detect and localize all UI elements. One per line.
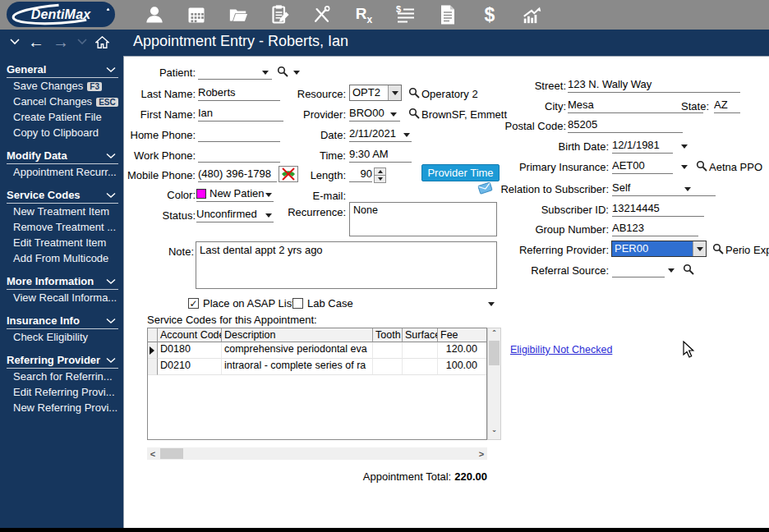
relation-dropdown-arrow[interactable] <box>684 187 691 191</box>
note-field[interactable]: Last dental appt 2 yrs ago <box>196 241 497 289</box>
scroll-left-arrow[interactable]: < <box>147 449 159 459</box>
section-header[interactable]: Service Codes <box>7 187 118 204</box>
patient-search-icon[interactable] <box>277 66 289 78</box>
ledger-icon[interactable]: $ <box>396 4 416 25</box>
sidebar-item-create-patient-file[interactable]: Create Patient File <box>7 109 118 125</box>
section-header[interactable]: Referring Provider <box>7 352 118 369</box>
street-field[interactable]: 123 N. Wally Way <box>568 78 740 93</box>
length-field[interactable]: 90 <box>349 167 372 182</box>
asap-checkbox[interactable]: ✓ <box>188 298 199 309</box>
spinner-up-button[interactable] <box>375 168 385 175</box>
resource-search-icon[interactable] <box>408 87 421 99</box>
horizontal-scrollbar[interactable]: < > <box>147 447 487 460</box>
date-dropdown-arrow[interactable] <box>403 133 410 137</box>
collapse-chevron-icon[interactable] <box>105 66 117 73</box>
table-row[interactable]: D0180 comprehensive periodontal eva 120.… <box>148 342 486 359</box>
collapse-chevron-icon[interactable] <box>105 357 117 364</box>
sidebar-item-view-recall-info[interactable]: View Recall Informa... <box>7 290 118 305</box>
email-field[interactable] <box>349 188 487 203</box>
payment-dollar-icon[interactable]: $ <box>480 4 500 25</box>
lab-case-checkbox[interactable] <box>292 298 303 309</box>
col-description[interactable]: Description <box>222 328 373 342</box>
collapse-chevron-icon[interactable] <box>105 318 117 324</box>
patient-field[interactable] <box>198 65 272 80</box>
chevron-down-icon[interactable] <box>10 39 20 45</box>
folder-icon[interactable] <box>228 4 248 25</box>
collapse-chevron-icon[interactable] <box>105 278 117 285</box>
back-arrow-icon[interactable]: ← <box>28 34 44 50</box>
col-tooth[interactable]: Tooth <box>373 328 403 342</box>
referring-provider-combo[interactable]: PER00 <box>611 241 707 257</box>
birth-date-field[interactable]: 12/1/1981 <box>612 139 673 154</box>
work-phone-field[interactable] <box>198 148 280 163</box>
referring-provider-dropdown-button[interactable] <box>693 241 706 256</box>
vertical-scroll-thumb[interactable] <box>489 341 500 365</box>
section-header[interactable]: More Information <box>7 273 118 290</box>
subscriber-id-field[interactable]: 13214445 <box>612 202 704 217</box>
sidebar-item-remove-treatment[interactable]: Remove Treatment ... <box>7 219 118 235</box>
sidebar-item-search-referring[interactable]: Search for Referrin... <box>7 369 118 384</box>
calendar-icon[interactable] <box>186 4 206 25</box>
sidebar-item-appointment-recurrence[interactable]: Appointment Recurr... <box>7 164 118 180</box>
chevron-down-dim-icon[interactable] <box>77 39 87 45</box>
birth-date-dropdown-arrow[interactable] <box>681 144 688 149</box>
scroll-up-arrow[interactable]: ˆ <box>488 329 500 338</box>
collapse-chevron-icon[interactable] <box>105 153 117 159</box>
table-row[interactable]: D0210 intraoral - complete series of ra … <box>148 359 486 375</box>
sidebar-item-edit-referring[interactable]: Edit Referring Provi... <box>7 384 118 400</box>
color-dropdown-arrow[interactable] <box>265 193 272 197</box>
sidebar-item-cancel-changes[interactable]: Cancel ChangesESC <box>7 94 118 109</box>
group-number-field[interactable]: AB123 <box>612 222 698 236</box>
spinner-down-button[interactable] <box>375 175 385 182</box>
scroll-right-arrow[interactable]: > <box>476 449 487 459</box>
scroll-down-arrow[interactable]: ˇ <box>488 429 500 438</box>
patient-icon[interactable] <box>145 4 164 25</box>
dental-tools-icon[interactable] <box>312 4 332 25</box>
sidebar-item-save-changes[interactable]: Save ChangesF3 <box>7 78 118 94</box>
sidebar-item-new-treatment[interactable]: New Treatment Item <box>7 204 118 219</box>
eligibility-link[interactable]: Eligibility Not Checked <box>510 344 612 355</box>
state-field[interactable]: AZ <box>714 99 740 113</box>
sidebar-item-add-from-multicode[interactable]: Add From Multicode <box>7 250 118 266</box>
referral-source-dropdown-arrow[interactable] <box>668 268 675 273</box>
email-envelope-icon[interactable] <box>477 181 494 195</box>
length-spinner[interactable] <box>374 167 386 183</box>
no-call-button[interactable] <box>279 166 298 182</box>
primary-insurance-search-icon[interactable] <box>696 160 708 172</box>
section-header[interactable]: Insurance Info <box>7 313 118 329</box>
last-name-field[interactable]: Roberts <box>198 86 280 101</box>
sidebar-item-edit-treatment[interactable]: Edit Treatment Item <box>7 235 118 250</box>
home-icon[interactable] <box>95 36 109 48</box>
mobile-phone-field[interactable]: (480) 396-1798 <box>198 167 277 182</box>
color-field[interactable]: New Patien <box>196 187 274 202</box>
first-name-field[interactable]: Ian <box>198 107 283 122</box>
col-surface[interactable]: Surface <box>403 328 438 342</box>
options-dropdown-arrow[interactable] <box>488 302 495 306</box>
referral-source-search-icon[interactable] <box>683 264 695 276</box>
recurrence-field[interactable]: None <box>349 202 497 236</box>
collapse-chevron-icon[interactable] <box>105 192 117 199</box>
date-field[interactable]: 2/11/2021 <box>349 127 412 142</box>
resource-combo[interactable]: OPT2 <box>349 85 402 101</box>
relation-field[interactable]: Self <box>612 181 716 196</box>
patient-dropdown-arrow[interactable] <box>262 71 269 75</box>
resource-dropdown-button[interactable] <box>388 85 401 100</box>
reports-chart-icon[interactable] <box>522 4 541 25</box>
sidebar-item-check-eligibility[interactable]: Check Eligibility <box>7 329 118 345</box>
status-field[interactable]: Unconfirmed <box>196 208 274 222</box>
sidebar-item-new-referring[interactable]: New Referring Provi... <box>7 400 118 415</box>
provider-time-button[interactable]: Provider Time <box>421 164 500 181</box>
patient-filter-arrow[interactable] <box>293 71 300 75</box>
section-header[interactable]: Modify Data <box>7 148 118 164</box>
provider-search-icon[interactable] <box>408 108 421 120</box>
time-field[interactable]: 9:30 AM <box>349 148 412 163</box>
horizontal-scroll-thumb[interactable] <box>160 448 183 459</box>
status-dropdown-arrow[interactable] <box>265 213 272 218</box>
postal-code-field[interactable]: 85205 <box>568 118 683 133</box>
provider-dropdown-arrow[interactable] <box>390 112 397 117</box>
col-fee[interactable]: Fee <box>438 328 486 342</box>
col-account-code[interactable]: Account Code <box>158 328 222 342</box>
primary-insurance-dropdown-arrow[interactable] <box>681 165 688 169</box>
section-header[interactable]: General <box>7 62 118 78</box>
referral-source-field[interactable] <box>612 263 665 277</box>
